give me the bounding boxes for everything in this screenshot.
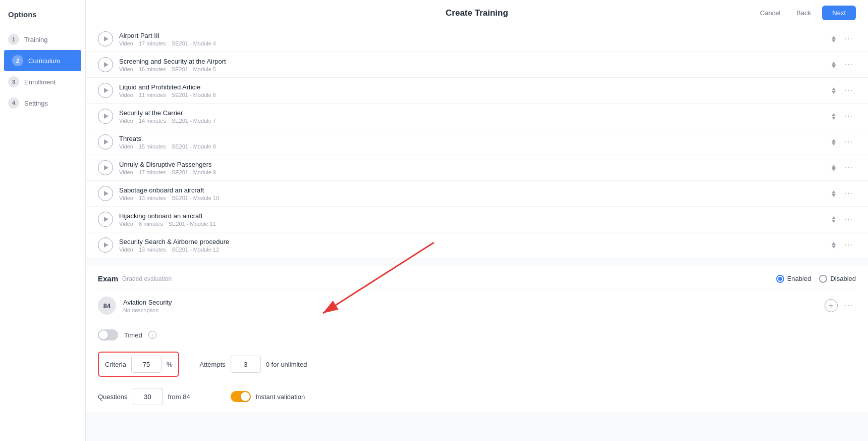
sort-up-icon <box>832 216 836 219</box>
course-title: Hijacking onboard an aircraft <box>119 212 824 220</box>
exam-name: Aviation Security <box>123 299 818 306</box>
more-button[interactable]: ··· <box>842 110 856 123</box>
sort-up-icon <box>832 139 836 142</box>
sidebar: Options 1 Training 2 Curriculum 3 Enroll… <box>0 0 86 441</box>
more-button[interactable]: ··· <box>842 238 856 252</box>
play-icon <box>104 165 108 170</box>
sort-button[interactable] <box>830 60 838 70</box>
sort-button[interactable] <box>830 240 838 251</box>
questions-group: Questions from 84 <box>98 388 190 405</box>
criteria-input[interactable] <box>131 356 161 373</box>
play-button[interactable] <box>98 237 113 253</box>
questions-input[interactable] <box>133 388 163 405</box>
step-num-1: 1 <box>8 34 19 45</box>
table-row: Unruly & Disruptive Passengers Video 17 … <box>86 155 868 181</box>
table-row: Screening and Security at the Airport Vi… <box>86 52 868 78</box>
course-info: Sabotage onboard an aircraft Video 13 mi… <box>119 186 824 201</box>
enabled-label: Enabled <box>787 275 811 282</box>
sidebar-item-enrollment[interactable]: 3 Enrollment <box>0 71 85 92</box>
page-title: Create Training <box>446 8 508 18</box>
exam-num: 84 <box>98 297 116 315</box>
sidebar-label-settings: Settings <box>24 100 48 107</box>
sort-button[interactable] <box>830 188 838 199</box>
play-button[interactable] <box>98 212 113 227</box>
course-info: Threats Video 15 minutes SE201 - Module … <box>119 135 824 150</box>
criteria-highlight: Criteria % <box>98 352 179 377</box>
course-controls: ··· <box>830 161 856 174</box>
play-button[interactable] <box>98 160 113 175</box>
content-area: Airport Part III Video 17 minutes SE201 … <box>86 26 868 441</box>
sidebar-item-training[interactable]: 1 Training <box>0 29 85 50</box>
course-title: Screening and Security at the Airport <box>119 58 824 65</box>
course-info: Airport Part III Video 17 minutes SE201 … <box>119 32 824 46</box>
toggle-knob <box>99 330 108 339</box>
exam-header: Exam Graded evaluation Enabled Disabled <box>98 266 856 289</box>
header: Create Training Cancel Back Next <box>86 0 868 26</box>
table-row: Security at the Carrier Video 14 minutes… <box>86 104 868 129</box>
sort-button[interactable] <box>830 85 838 96</box>
more-button[interactable]: ··· <box>842 58 856 71</box>
play-button[interactable] <box>98 109 113 124</box>
sort-button[interactable] <box>830 111 838 122</box>
play-icon <box>104 139 108 144</box>
exam-more-button[interactable]: ··· <box>842 299 856 312</box>
course-controls: ··· <box>830 213 856 226</box>
sort-up-icon <box>832 62 836 65</box>
course-meta: Video 13 minutes SE201 - Module 12 <box>119 247 824 253</box>
back-button[interactable]: Back <box>791 6 816 20</box>
header-actions: Cancel Back Next <box>755 6 856 20</box>
sort-down-icon <box>832 91 836 94</box>
sidebar-item-settings[interactable]: 4 Settings <box>0 92 85 114</box>
course-title: Sabotage onboard an aircraft <box>119 186 824 194</box>
play-button[interactable] <box>98 57 113 72</box>
exam-title: Exam <box>98 274 118 283</box>
sidebar-item-curriculum[interactable]: 2 Curriculum <box>4 50 81 71</box>
timed-toggle[interactable] <box>98 329 118 340</box>
more-button[interactable]: ··· <box>842 161 856 174</box>
disabled-radio[interactable]: Disabled <box>819 275 856 283</box>
more-button[interactable]: ··· <box>842 213 856 226</box>
sort-up-icon <box>832 165 836 168</box>
exam-item: 84 Aviation Security No description + ··… <box>98 289 856 322</box>
play-button[interactable] <box>98 186 113 201</box>
exam-subtitle: Graded evaluation <box>122 275 172 282</box>
play-icon <box>104 114 108 119</box>
attempts-hint: 0 for unlimited <box>266 361 307 368</box>
course-info: Unruly & Disruptive Passengers Video 17 … <box>119 161 824 175</box>
sort-button[interactable] <box>830 163 838 173</box>
sort-button[interactable] <box>830 34 838 44</box>
step-num-4: 4 <box>8 97 19 109</box>
sort-button[interactable] <box>830 137 838 148</box>
more-button[interactable]: ··· <box>842 135 856 149</box>
next-button[interactable]: Next <box>822 6 856 20</box>
more-button[interactable]: ··· <box>842 84 856 97</box>
instant-toggle[interactable] <box>231 391 251 402</box>
criteria-label: Criteria <box>105 361 126 368</box>
course-title: Airport Part III <box>119 32 824 39</box>
sidebar-label-enrollment: Enrollment <box>24 78 56 86</box>
sort-up-icon <box>832 36 836 39</box>
more-button[interactable]: ··· <box>842 32 856 45</box>
course-controls: ··· <box>830 58 856 71</box>
sort-up-icon <box>832 190 836 193</box>
exam-actions: + ··· <box>825 299 856 312</box>
sort-button[interactable] <box>830 214 838 225</box>
step-num-3: 3 <box>8 76 19 87</box>
add-exam-button[interactable]: + <box>825 299 838 312</box>
course-controls: ··· <box>830 110 856 123</box>
play-button[interactable] <box>98 83 113 98</box>
play-icon <box>104 62 108 67</box>
disabled-label: Disabled <box>830 275 856 282</box>
timed-info-icon[interactable]: i <box>148 331 156 339</box>
play-icon <box>104 36 108 41</box>
sort-up-icon <box>832 113 836 116</box>
cancel-button[interactable]: Cancel <box>755 6 785 20</box>
timed-label: Timed <box>124 331 142 339</box>
attempts-input[interactable] <box>231 356 261 373</box>
more-button[interactable]: ··· <box>842 187 856 200</box>
enabled-radio[interactable]: Enabled <box>776 275 811 283</box>
play-icon <box>104 88 108 93</box>
play-button[interactable] <box>98 134 113 150</box>
instant-label: Instant validation <box>256 393 305 401</box>
play-button[interactable] <box>98 31 113 46</box>
